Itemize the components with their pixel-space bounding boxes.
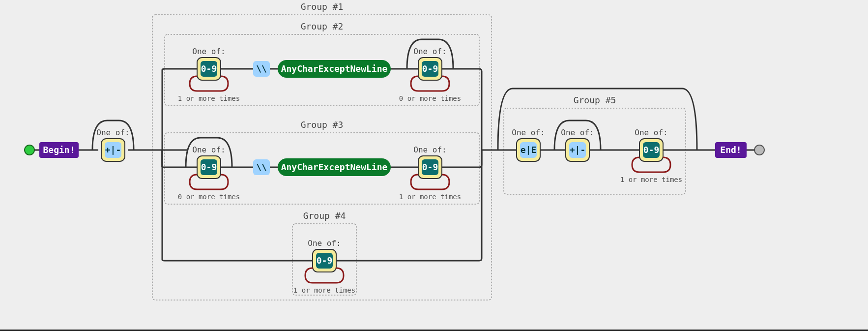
- regex-railroad-diagram: Group #1 Group #2 Group #3 Group #4 Grou…: [0, 0, 868, 331]
- svg-text:1 or more times: 1 or more times: [399, 193, 461, 201]
- g5-sign: One of: +|-: [561, 128, 594, 161]
- svg-text:0-9: 0-9: [422, 63, 438, 74]
- svg-text:1 or more times: 1 or more times: [620, 176, 682, 183]
- end-token: End!: [715, 142, 747, 158]
- g5-eE: One of: e|E: [512, 128, 545, 161]
- g3-anychar: AnyCharExceptNewLine: [278, 158, 391, 176]
- group-1-label: Group #1: [301, 1, 344, 12]
- g3-backslash: \\: [253, 159, 270, 175]
- svg-text:0-9: 0-9: [317, 255, 333, 266]
- svg-text:One of:: One of:: [561, 128, 594, 137]
- end-pin: [754, 145, 764, 155]
- svg-text:0-9: 0-9: [201, 63, 217, 74]
- svg-text:One of:: One of:: [635, 128, 667, 137]
- svg-text:0-9: 0-9: [422, 162, 438, 172]
- svg-text:0 or more times: 0 or more times: [399, 94, 461, 102]
- svg-text:One of:: One of:: [512, 128, 545, 137]
- svg-text:0-9: 0-9: [201, 162, 217, 172]
- g2-anychar: AnyCharExceptNewLine: [278, 60, 391, 78]
- svg-text:+|-: +|-: [570, 145, 586, 155]
- svg-text:One of:: One of:: [192, 145, 225, 154]
- svg-text:e|E: e|E: [521, 145, 537, 155]
- svg-text:One of:: One of:: [192, 47, 225, 56]
- svg-text:One of:: One of:: [413, 47, 446, 56]
- svg-text:AnyCharExceptNewLine: AnyCharExceptNewLine: [281, 63, 388, 74]
- oneof-sign: One of: +|-: [96, 128, 129, 161]
- svg-text:1 or more times: 1 or more times: [293, 286, 355, 294]
- svg-text:+|-: +|-: [105, 145, 121, 155]
- svg-text:End!: End!: [720, 145, 741, 155]
- svg-text:AnyCharExceptNewLine: AnyCharExceptNewLine: [281, 162, 388, 172]
- svg-text:1 or more times: 1 or more times: [178, 94, 240, 102]
- svg-text:One of:: One of:: [96, 128, 129, 137]
- group-5-label: Group #5: [574, 95, 616, 105]
- begin-token: Begin!: [39, 142, 79, 158]
- begin-pin: [25, 145, 34, 155]
- svg-text:0-9: 0-9: [643, 145, 660, 155]
- group-3-label: Group #3: [301, 120, 344, 130]
- svg-text:One of:: One of:: [308, 239, 341, 248]
- svg-text:Begin!: Begin!: [43, 145, 75, 155]
- svg-text:\\: \\: [256, 162, 267, 172]
- svg-text:One of:: One of:: [413, 145, 446, 154]
- svg-text:\\: \\: [256, 63, 267, 74]
- g2-backslash: \\: [253, 61, 270, 77]
- group-2-label: Group #2: [301, 21, 344, 31]
- svg-text:0 or more times: 0 or more times: [178, 193, 240, 201]
- group-4-label: Group #4: [303, 211, 346, 221]
